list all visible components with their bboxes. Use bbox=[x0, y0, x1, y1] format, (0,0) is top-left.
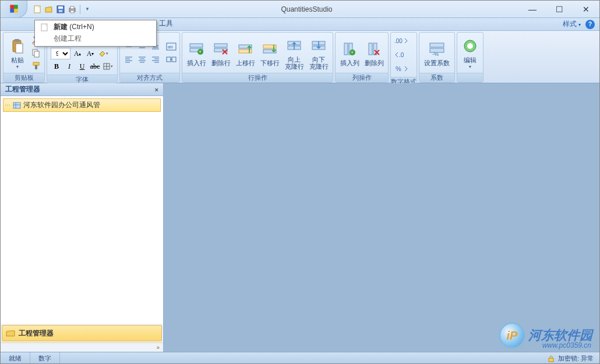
project-tree[interactable]: ⋯ 河东软件园办公司通风管 bbox=[1, 96, 163, 324]
new-icon[interactable] bbox=[32, 4, 43, 15]
paste-button[interactable]: 粘贴 ▼ bbox=[6, 34, 29, 72]
svg-rect-46 bbox=[172, 57, 176, 62]
svg-text:-%: -% bbox=[432, 51, 439, 56]
svg-text:.00: .00 bbox=[394, 38, 403, 44]
svg-rect-47 bbox=[190, 44, 203, 47]
open-icon[interactable] bbox=[44, 4, 54, 15]
edit-button[interactable]: 编辑▼ bbox=[460, 34, 481, 72]
print-icon[interactable] bbox=[67, 4, 77, 15]
svg-rect-16 bbox=[35, 65, 37, 69]
delete-col-button[interactable]: 删除列 bbox=[362, 34, 386, 72]
footer-label: 工程管理器 bbox=[19, 328, 54, 338]
svg-rect-45 bbox=[167, 57, 171, 62]
group-label: 系数 bbox=[419, 73, 454, 82]
font-size-select[interactable]: 9 bbox=[51, 48, 70, 59]
insert-row-icon: + bbox=[187, 40, 206, 58]
project-sidebar: 工程管理器 × ⋯ 河东软件园办公司通风管 工程管理器 » bbox=[1, 83, 164, 352]
align-right-icon[interactable] bbox=[149, 53, 162, 66]
increase-decimal-icon[interactable]: .00 bbox=[394, 35, 408, 47]
strikethrough-button[interactable]: abc bbox=[89, 61, 101, 72]
group-col-ops: +插入列 删除列 列操作 bbox=[335, 32, 389, 83]
copy-icon[interactable] bbox=[30, 47, 42, 59]
shrink-font-icon[interactable]: A▾ bbox=[84, 48, 96, 59]
svg-rect-14 bbox=[34, 51, 39, 57]
group-label: 对齐方式 bbox=[120, 73, 179, 82]
svg-text:ab: ab bbox=[168, 44, 173, 50]
format-painter-icon[interactable] bbox=[30, 60, 42, 72]
svg-rect-78 bbox=[549, 358, 553, 362]
status-num: 数字 bbox=[30, 352, 60, 364]
svg-rect-3 bbox=[59, 10, 62, 12]
insert-row-button[interactable]: +插入行 bbox=[185, 34, 208, 72]
coefficient-icon: -% bbox=[428, 40, 446, 58]
save-icon[interactable] bbox=[55, 4, 66, 15]
project-icon bbox=[13, 101, 21, 109]
popup-subtitle: 创建工程 bbox=[35, 34, 156, 46]
clone-down-button[interactable]: 向下克隆行 bbox=[307, 34, 330, 72]
window-title: QuantitiesStudio bbox=[94, 5, 519, 13]
delete-col-icon bbox=[365, 40, 383, 58]
new-tooltip: 新建 (Ctrl+N) 创建工程 bbox=[34, 20, 157, 47]
help-icon[interactable]: ? bbox=[585, 20, 595, 29]
delete-row-icon bbox=[211, 40, 230, 58]
insert-col-button[interactable]: +插入列 bbox=[338, 34, 361, 72]
group-label bbox=[457, 73, 483, 82]
svg-rect-70 bbox=[430, 43, 444, 47]
delete-row-button[interactable]: 删除行 bbox=[209, 34, 232, 72]
folder-icon bbox=[6, 329, 15, 337]
wrap-text-icon[interactable]: ab bbox=[165, 41, 177, 52]
main-area: 工程管理器 × ⋯ 河东软件园办公司通风管 工程管理器 » bbox=[1, 83, 599, 352]
decrease-decimal-icon[interactable]: .0 bbox=[394, 49, 408, 61]
lock-icon bbox=[548, 355, 555, 362]
title-bar: ▼ QuantitiesStudio — ☐ ✕ bbox=[1, 1, 599, 18]
sidebar-footer[interactable]: 工程管理器 bbox=[2, 325, 162, 341]
group-row-ops: +插入行 删除行 上移行 下移行 向上克隆行 向下克隆行 行操作 bbox=[182, 32, 333, 83]
clone-up-button[interactable]: 向上克隆行 bbox=[283, 34, 306, 72]
svg-text:+: + bbox=[199, 49, 202, 55]
paste-icon bbox=[8, 37, 27, 55]
close-panel-icon[interactable]: × bbox=[155, 86, 158, 93]
align-center-icon[interactable] bbox=[136, 53, 149, 66]
svg-rect-65 bbox=[369, 43, 372, 55]
insert-col-icon: + bbox=[340, 40, 359, 58]
tree-item[interactable]: ⋯ 河东软件园办公司通风管 bbox=[3, 98, 161, 112]
style-dropdown[interactable]: 样式 ▾ bbox=[560, 18, 583, 30]
border-icon[interactable]: ▾ bbox=[102, 61, 114, 72]
quick-access-toolbar: ▼ bbox=[30, 4, 94, 15]
movedown-row-button[interactable]: 下移行 bbox=[258, 34, 281, 72]
svg-rect-9 bbox=[15, 39, 19, 42]
svg-text:%: % bbox=[396, 65, 401, 72]
group-coefficient: -%设置系数 系数 bbox=[419, 32, 455, 83]
svg-rect-51 bbox=[214, 44, 227, 47]
svg-text:+: + bbox=[351, 50, 354, 55]
group-edit: 编辑▼ bbox=[457, 32, 483, 83]
qat-dropdown-icon[interactable]: ▼ bbox=[83, 6, 92, 12]
svg-rect-6 bbox=[70, 10, 74, 13]
group-label: 列操作 bbox=[336, 73, 388, 82]
app-menu-button[interactable] bbox=[1, 1, 27, 18]
svg-point-74 bbox=[467, 43, 473, 49]
underline-button[interactable]: U bbox=[76, 61, 88, 72]
bold-button[interactable]: B bbox=[51, 61, 62, 72]
status-ready: 就绪 bbox=[1, 352, 30, 364]
grow-font-icon[interactable]: A▴ bbox=[72, 48, 83, 59]
merge-cells-icon[interactable] bbox=[165, 54, 177, 65]
expand-chevron-icon[interactable]: » bbox=[1, 342, 163, 352]
fill-color-icon[interactable]: ▾ bbox=[97, 48, 109, 59]
svg-rect-61 bbox=[344, 43, 348, 55]
svg-rect-15 bbox=[33, 62, 39, 65]
svg-rect-2 bbox=[58, 6, 63, 9]
percent-icon[interactable]: % bbox=[394, 63, 408, 75]
group-label: 剪贴板 bbox=[3, 73, 44, 82]
minimize-button[interactable]: — bbox=[519, 1, 546, 18]
set-coefficient-button[interactable]: -%设置系数 bbox=[422, 34, 452, 72]
movedown-icon bbox=[260, 40, 279, 58]
align-left-icon[interactable] bbox=[122, 53, 135, 66]
sidebar-header: 工程管理器 × bbox=[1, 83, 163, 96]
italic-button[interactable]: I bbox=[63, 61, 75, 72]
group-label: 行操作 bbox=[182, 73, 333, 82]
maximize-button[interactable]: ☐ bbox=[546, 1, 573, 18]
tree-connector-icon: ⋯ bbox=[5, 102, 10, 108]
close-button[interactable]: ✕ bbox=[573, 1, 599, 18]
moveup-row-button[interactable]: 上移行 bbox=[234, 34, 257, 72]
